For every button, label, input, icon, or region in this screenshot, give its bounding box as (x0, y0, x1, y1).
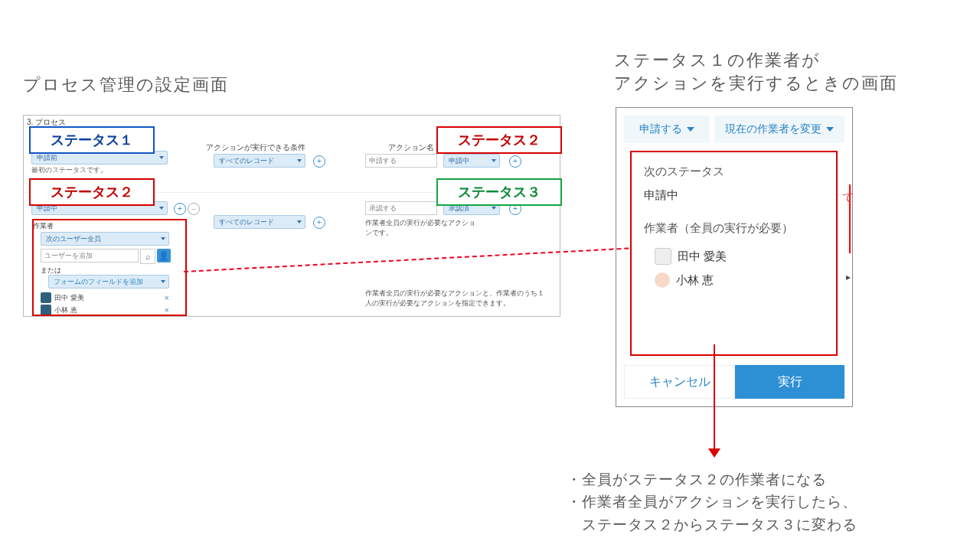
add-condition2-icon[interactable]: + (313, 217, 325, 229)
status2-minus-icon[interactable]: – (188, 203, 200, 215)
dialog-worker-2: 小林 恵 (655, 272, 824, 288)
workers-highlight-box (32, 219, 187, 316)
dialog-workers-label: 作業者（全員の実行が必要） (644, 221, 824, 236)
bottom-note-2: ・作業者全員がアクションを実行したら、 (567, 494, 858, 510)
add-status1-icon[interactable]: + (509, 155, 521, 168)
chevron-down-icon (297, 220, 302, 223)
dialog-worker-1: 田中 愛美 (655, 248, 824, 265)
next-status1-dropdown[interactable]: 申請中 (443, 154, 500, 168)
arrow-down-head-icon (708, 448, 720, 458)
condition2-label: すべてのレコード (219, 217, 274, 227)
arrow-down-line (714, 344, 715, 450)
bottom-notes: ・全員がステータス２の作業者になる ・作業者全員がアクションを実行したら、 ステ… (567, 468, 858, 536)
status2-plus-icon[interactable]: + (174, 203, 186, 215)
chevron-down-icon (159, 207, 164, 210)
chevron-down-icon (492, 207, 496, 210)
execute-button[interactable]: 実行 (735, 365, 844, 399)
next-status-label: 次のステータス (644, 165, 824, 179)
condition1-label: すべてのレコード (219, 156, 274, 166)
right-caption-line2: アクションを実行するときの画面 (614, 73, 898, 93)
bottom-note-3: ステータス２からステータス３に変わる (567, 517, 858, 533)
avatar-icon (655, 272, 670, 288)
label-status2-left: ステータス２ (29, 178, 155, 206)
right-caption-line1: ステータス１の作業者が (614, 51, 821, 70)
side-text: て (842, 191, 854, 205)
chevron-down-icon (297, 159, 302, 162)
add-condition-icon[interactable]: + (313, 155, 325, 168)
action2-name: 承認する (369, 204, 397, 214)
column-condition: アクションが実行できる条件 (206, 142, 305, 153)
next-status-value: 申請中 (644, 188, 824, 203)
action1-name-input[interactable]: 申請する (365, 154, 437, 168)
chevron-down-icon (492, 159, 496, 162)
side-caret-icon: ▸ (846, 272, 851, 282)
cancel-label: キャンセル (649, 374, 710, 390)
condition2-dropdown[interactable]: すべてのレコード (214, 215, 305, 229)
chevron-down-icon (826, 127, 834, 132)
condition1-dropdown[interactable]: すべてのレコード (214, 154, 305, 168)
change-worker-button[interactable]: 現在の作業者を変更 (714, 116, 844, 143)
status1-dropdown-label: 申請前 (37, 153, 57, 163)
row2-note: 作業者全員の実行が必要なアクショ ンです。 (365, 218, 511, 237)
footer-note: 作業者全員の実行が必要なアクションと、作業者のうち１人の実行が必要なアクションを… (365, 289, 546, 308)
next-status1-label: 申請中 (449, 156, 469, 166)
first-status-desc: 最初のステータスです。 (31, 165, 107, 175)
dialog-worker1-name: 田中 愛美 (678, 249, 727, 264)
dialog-footer: キャンセル 実行 (624, 365, 844, 399)
submit-button[interactable]: 申請する (624, 116, 710, 143)
row2-note-l1: 作業者全員の実行が必要なアクショ (365, 219, 475, 227)
submit-button-label: 申請する (639, 122, 682, 136)
change-worker-label: 現在の作業者を変更 (725, 122, 822, 136)
dialog-worker2-name: 小林 恵 (676, 273, 714, 288)
row2-note-l2: ンです。 (365, 229, 393, 236)
right-caption: ステータス１の作業者が アクションを実行するときの画面 (614, 49, 898, 94)
avatar-icon (655, 248, 671, 265)
action-dialog: 申請する 現在の作業者を変更 次のステータス 申請中 作業者（全員の実行が必要）… (616, 107, 853, 407)
action1-name: 申請する (369, 156, 397, 166)
chevron-down-icon (159, 156, 164, 159)
dialog-inner-highlight: 次のステータス 申請中 作業者（全員の実行が必要） 田中 愛美 小林 恵 (630, 151, 838, 356)
label-status3: ステータス３ (436, 178, 562, 206)
action2-name-input[interactable]: 承認する (365, 201, 437, 215)
bottom-note-1: ・全員がステータス２の作業者になる (567, 471, 827, 487)
chevron-down-icon (687, 127, 694, 132)
label-status1: ステータス１ (29, 126, 155, 154)
execute-label: 実行 (778, 374, 802, 390)
left-caption: プロセス管理の設定画面 (23, 73, 229, 96)
cancel-button[interactable]: キャンセル (624, 365, 735, 399)
label-status2-right: ステータス２ (436, 126, 562, 154)
